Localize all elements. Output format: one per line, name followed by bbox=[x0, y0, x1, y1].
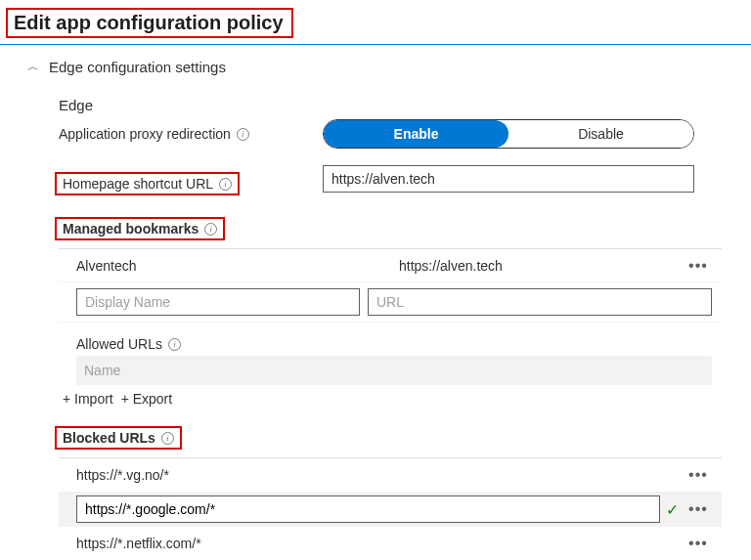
info-icon[interactable]: i bbox=[219, 178, 232, 191]
bookmark-url: https://alven.tech bbox=[399, 258, 685, 274]
proxy-disable-option[interactable]: Disable bbox=[508, 120, 693, 148]
blocked-url-edit-input[interactable] bbox=[76, 495, 660, 523]
bookmark-url-input[interactable] bbox=[368, 288, 712, 316]
more-icon[interactable]: ••• bbox=[685, 466, 712, 484]
bookmark-name-input[interactable] bbox=[76, 288, 360, 316]
info-icon[interactable]: i bbox=[237, 128, 249, 141]
blocked-url-row: ✓ ••• bbox=[59, 492, 722, 527]
chevron-up-icon: ︿ bbox=[27, 59, 39, 75]
blocked-url-text: https://*.netflix.com/* bbox=[76, 536, 685, 551]
allowed-urls-title: Allowed URLs bbox=[76, 336, 162, 352]
homepage-label: Homepage shortcut URL bbox=[63, 176, 213, 192]
section-title: Edge configuration settings bbox=[49, 59, 226, 75]
allowed-url-input[interactable] bbox=[76, 356, 712, 385]
export-button[interactable]: + Export bbox=[121, 391, 173, 407]
blocked-url-text: https://*.vg.no/* bbox=[76, 467, 685, 483]
blocked-url-row: https://*.vg.no/* ••• bbox=[59, 458, 722, 492]
homepage-url-input[interactable] bbox=[323, 165, 694, 193]
blocked-url-row: https://*.netflix.com/* ••• bbox=[59, 527, 722, 560]
page-title: Edit app configuration policy bbox=[14, 12, 284, 34]
edge-subheader: Edge bbox=[59, 97, 722, 113]
info-icon[interactable]: i bbox=[161, 432, 174, 445]
more-icon[interactable]: ••• bbox=[685, 257, 712, 275]
check-icon: ✓ bbox=[666, 500, 679, 519]
info-icon[interactable]: i bbox=[168, 338, 181, 351]
proxy-label: Application proxy redirection bbox=[59, 126, 231, 142]
managed-bookmarks-title: Managed bookmarks bbox=[63, 221, 199, 237]
bookmark-row: Alventech https://alven.tech ••• bbox=[59, 249, 722, 282]
proxy-enable-option[interactable]: Enable bbox=[324, 120, 508, 148]
bookmark-name: Alventech bbox=[76, 258, 399, 274]
edge-settings-toggle[interactable]: ︿ Edge configuration settings bbox=[0, 45, 751, 85]
import-button[interactable]: + Import bbox=[63, 391, 113, 407]
info-icon[interactable]: i bbox=[204, 223, 217, 236]
proxy-toggle[interactable]: Enable Disable bbox=[323, 119, 694, 149]
more-icon[interactable]: ••• bbox=[685, 535, 712, 552]
more-icon[interactable]: ••• bbox=[685, 500, 712, 518]
blocked-urls-title: Blocked URLs bbox=[63, 430, 155, 446]
